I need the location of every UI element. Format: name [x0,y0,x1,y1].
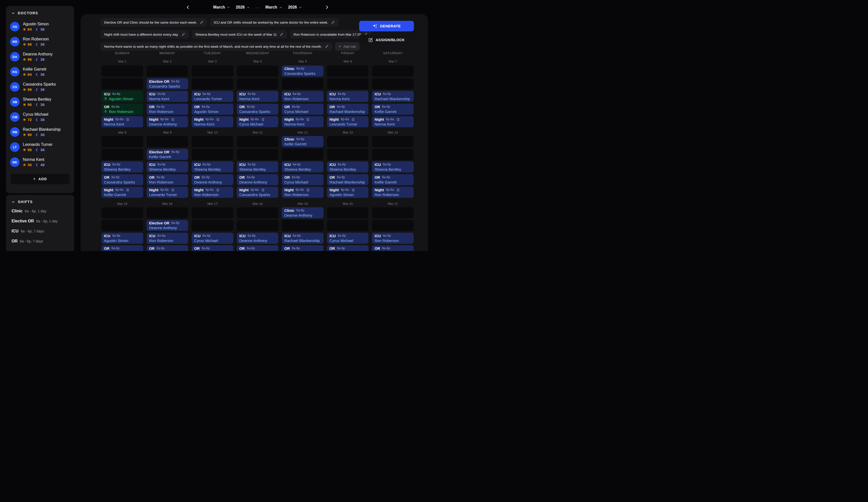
doctor-list-item[interactable]: KGKellie Garrett☀84☾36 [10,64,70,79]
empty-slot[interactable] [327,207,369,218]
empty-slot[interactable] [237,136,279,147]
rule-chip[interactable]: ICU and OR shifts should be worked by th… [210,18,338,27]
empty-slot[interactable] [102,207,143,218]
shifts-section-header[interactable]: SHIFTS [6,195,74,205]
empty-slot[interactable] [147,207,188,218]
empty-slot[interactable] [282,149,323,160]
add-rule-button[interactable]: +Add rule [335,42,360,51]
pencil-icon[interactable] [280,33,283,36]
empty-slot[interactable] [102,136,143,147]
doctor-list-item[interactable]: LTLeonardo Turner☀96☾36 [10,139,70,155]
empty-slot[interactable] [327,220,369,231]
empty-slot[interactable] [237,149,279,160]
shift-card[interactable]: OR6a-6p [237,245,279,251]
next-range-button[interactable] [325,5,329,9]
shift-card[interactable]: OR6a-6pDeanne Anthony [192,174,233,185]
doctor-list-item[interactable]: DADeanne Anthony☀96☾36 [10,49,70,64]
shift-card[interactable]: Night6p-6aLeonardo Turner [327,116,369,127]
shift-card[interactable]: OR6a-6pKellie Garrett [372,104,414,115]
shift-card[interactable]: OR6a-6pKellie Garrett [372,174,414,185]
shift-card[interactable]: ICU6a-6pRachael Blankenship [282,233,323,244]
doctors-section-header[interactable]: DOCTORS [6,6,74,17]
shift-card[interactable]: Night6p-6aRon Roberson [282,187,323,198]
doctor-list-item[interactable]: RBRachael Blankenship☀96☾36 [10,125,70,139]
shift-card[interactable]: OR6a-6p [102,245,143,251]
shift-card[interactable]: ICU6a-6pNorma Kent [237,91,279,102]
shift-card[interactable]: ICU6a-6pCyrus Michael [327,233,369,244]
empty-slot[interactable] [192,78,233,90]
empty-slot[interactable] [102,78,143,90]
shift-card[interactable]: Night6p-6aAgustin Simon [327,187,369,198]
doctor-list-item[interactable]: SBSheena Bentley☀96☾36 [10,94,70,109]
to-year-dropdown[interactable]: 2026 [288,5,302,10]
empty-slot[interactable] [147,136,188,147]
empty-slot[interactable] [192,149,233,160]
shift-card[interactable]: Clinic6a-6pKellie Garrett [282,136,323,147]
shift-card[interactable]: Night6p-6aNorma Kent [282,116,323,127]
shift-card[interactable]: Night6p-6aCyrus Michael [237,116,279,127]
shift-card[interactable]: OR6a-6pCyrus Michael [282,174,323,185]
shift-card[interactable]: Night6p-6aNorma Kent [102,116,143,127]
shift-card[interactable]: ICU6a-6pDeanne Anthony [237,233,279,244]
shift-card[interactable]: ICU6a-6pSheena Bentley [372,161,414,172]
add-doctor-button[interactable]: + ADD [11,174,70,184]
rule-chip[interactable]: Sheena Bentley must work ICU on the week… [192,30,287,39]
shift-card[interactable]: ICU6a-6pSheena Bentley [237,161,279,172]
generate-button[interactable]: GENERATE [359,21,414,31]
shift-card[interactable]: ICU6a-6pAgustin Simon [102,91,143,102]
empty-slot[interactable] [327,136,369,147]
shift-card[interactable]: Clinic6a-6pCassandra Sparks [282,65,323,76]
pencil-icon[interactable] [200,21,204,24]
empty-slot[interactable] [372,78,414,90]
doctor-list-item[interactable]: CSCassandra Sparks☀96☾36 [10,79,70,94]
shift-card[interactable]: OR6a-6p [192,245,233,251]
doctor-list-item[interactable]: CMCyrus Michael☀72☾36 [10,109,70,125]
shift-card[interactable]: OR6a-6p [327,245,369,251]
shift-card[interactable]: Night6p-6aNorma Kent [192,116,233,127]
doctor-list-item[interactable]: ASAgustin Simon☀84☾36 [10,19,70,34]
shift-card[interactable]: ICU6a-6pSheena Bentley [192,161,233,172]
empty-slot[interactable] [237,220,279,231]
empty-slot[interactable] [372,65,414,76]
shift-card[interactable]: OR6a-6p [282,245,323,251]
empty-slot[interactable] [282,78,323,90]
rule-chip[interactable]: Norma Kent wants to work as many night s… [101,42,332,51]
shift-card[interactable]: Night6p-6aRon Roberson [372,187,414,198]
shift-card[interactable]: ICU6a-6pAgustin Simon [102,233,143,244]
shift-card[interactable]: Night6p-6aRon Roberson [192,187,233,198]
shift-card[interactable]: Elective OR6a-6pKellie Garrett [147,149,188,160]
pencil-icon[interactable] [331,21,335,24]
empty-slot[interactable] [237,65,279,76]
shift-card[interactable]: OR6a-6pRon Roberson [147,174,188,185]
shift-card[interactable]: Elective OR6a-6pCassandra Sparks [147,78,188,90]
empty-slot[interactable] [237,207,279,218]
shift-card[interactable]: Night6p-6aDeanne Anthony [147,116,188,127]
shift-card[interactable]: Night6p-6aCassandra Sparks [237,187,279,198]
shift-card[interactable]: Elective OR6a-6pDeanne Anthony [147,220,188,231]
shift-card[interactable]: Night6p-6aNorma Kent [372,116,414,127]
to-month-dropdown[interactable]: March [266,5,282,10]
shift-card[interactable]: OR6a-6pRon Roberson [147,104,188,115]
from-month-dropdown[interactable]: March [213,5,230,10]
shift-card[interactable]: OR6a-6pRon Roberson [102,104,143,115]
rule-chip[interactable]: Elective OR and Clinic should be the sam… [101,18,207,27]
shift-card[interactable]: ICU6a-6pLeonardo Turner [192,91,233,102]
shift-card[interactable]: ICU6a-6pCyrus Michael [192,233,233,244]
shift-card[interactable]: OR6a-6pCassandra Sparks [237,104,279,115]
pencil-icon[interactable] [325,45,329,48]
empty-slot[interactable] [102,65,143,76]
shift-type-item[interactable]: OR6a - 6p, 7 days [12,239,69,249]
empty-slot[interactable] [237,78,279,90]
empty-slot[interactable] [192,220,233,231]
shift-card[interactable]: OR6a-6pRachael Blankenship [327,104,369,115]
shift-card[interactable]: Night6p-6aKellie Garrett [102,187,143,198]
empty-slot[interactable] [282,220,323,231]
shift-type-item[interactable]: ICU6a - 6p, 7 days [12,229,69,239]
empty-slot[interactable] [327,149,369,160]
shift-card[interactable]: ICU6a-6pSheena Bentley [102,161,143,172]
shift-card[interactable]: ICU6a-6pRon Roberson [282,91,323,102]
empty-slot[interactable] [192,136,233,147]
shift-card[interactable]: ICU6a-6pSheena Bentley [282,161,323,172]
shift-card[interactable]: ICU6a-6pRon Roberson [147,233,188,244]
from-year-dropdown[interactable]: 2026 [236,5,250,10]
